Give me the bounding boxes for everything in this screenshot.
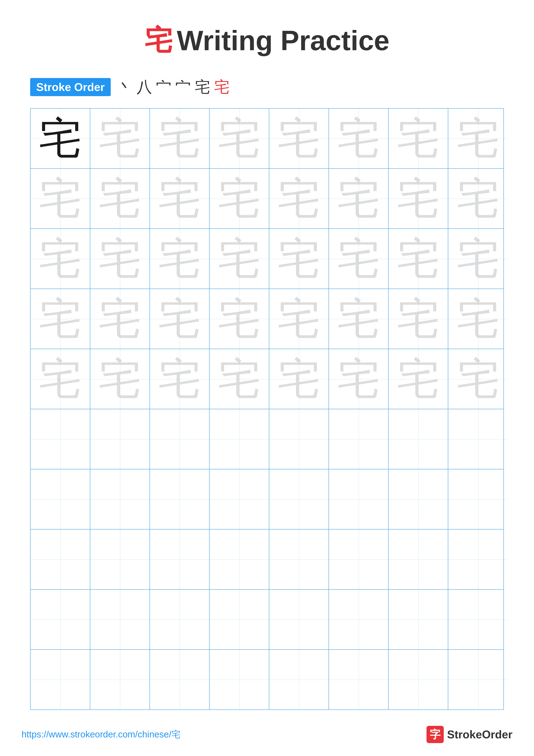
grid-cell-7-2[interactable] xyxy=(90,470,150,529)
grid-cell-6-4[interactable] xyxy=(210,409,269,469)
grid-cell-5-6[interactable]: 宅 xyxy=(329,349,389,409)
char-guide: 宅 xyxy=(457,297,500,340)
title-english: Writing Practice xyxy=(177,24,390,57)
grid-cell-8-7[interactable] xyxy=(389,529,448,589)
grid-cell-10-1[interactable] xyxy=(31,650,90,710)
grid-row-9 xyxy=(31,590,503,650)
grid-cell-10-5[interactable] xyxy=(269,650,329,710)
grid-cell-3-1[interactable]: 宅 xyxy=(31,229,90,288)
char-guide: 宅 xyxy=(218,177,261,220)
grid-cell-8-4[interactable] xyxy=(210,529,269,589)
grid-cell-4-7[interactable]: 宅 xyxy=(389,289,448,349)
grid-cell-9-5[interactable] xyxy=(269,590,329,649)
grid-cell-6-7[interactable] xyxy=(389,409,448,469)
grid-cell-5-2[interactable]: 宅 xyxy=(90,349,150,409)
grid-cell-9-3[interactable] xyxy=(150,590,210,649)
grid-cell-5-1[interactable]: 宅 xyxy=(31,349,90,409)
grid-cell-1-2[interactable]: 宅 xyxy=(90,109,150,168)
grid-cell-2-4[interactable]: 宅 xyxy=(210,169,269,229)
char-guide: 宅 xyxy=(457,117,500,160)
grid-cell-1-8[interactable]: 宅 xyxy=(448,109,508,168)
grid-cell-4-1[interactable]: 宅 xyxy=(31,289,90,349)
char-guide: 宅 xyxy=(39,237,82,281)
grid-cell-7-1[interactable] xyxy=(31,470,90,529)
grid-cell-2-5[interactable]: 宅 xyxy=(269,169,329,229)
grid-cell-3-5[interactable]: 宅 xyxy=(269,229,329,288)
char-guide: 宅 xyxy=(218,297,261,340)
char-guide: 宅 xyxy=(98,297,141,340)
grid-cell-8-5[interactable] xyxy=(269,529,329,589)
char-guide: 宅 xyxy=(397,177,440,220)
stroke-seq-4: 宀 xyxy=(175,77,191,97)
writing-grid: 宅 宅 宅 宅 宅 宅 宅 宅 xyxy=(30,108,504,710)
grid-cell-2-7[interactable]: 宅 xyxy=(389,169,448,229)
grid-cell-9-8[interactable] xyxy=(448,590,508,649)
grid-cell-7-7[interactable] xyxy=(389,470,448,529)
grid-cell-10-6[interactable] xyxy=(329,650,389,710)
grid-cell-1-5[interactable]: 宅 xyxy=(269,109,329,168)
grid-cell-9-1[interactable] xyxy=(31,590,90,649)
grid-row-3: 宅 宅 宅 宅 宅 宅 宅 宅 xyxy=(31,229,503,289)
grid-cell-4-2[interactable]: 宅 xyxy=(90,289,150,349)
grid-cell-5-3[interactable]: 宅 xyxy=(150,349,210,409)
grid-cell-6-3[interactable] xyxy=(150,409,210,469)
grid-cell-1-6[interactable]: 宅 xyxy=(329,109,389,168)
footer-logo-icon: 字 xyxy=(426,726,444,743)
grid-cell-8-2[interactable] xyxy=(90,529,150,589)
grid-cell-1-7[interactable]: 宅 xyxy=(389,109,448,168)
char-guide: 宅 xyxy=(457,177,500,220)
grid-cell-1-3[interactable]: 宅 xyxy=(150,109,210,168)
grid-cell-8-6[interactable] xyxy=(329,529,389,589)
grid-cell-5-5[interactable]: 宅 xyxy=(269,349,329,409)
grid-cell-2-2[interactable]: 宅 xyxy=(90,169,150,229)
grid-cell-2-1[interactable]: 宅 xyxy=(31,169,90,229)
grid-cell-6-8[interactable] xyxy=(448,409,508,469)
grid-cell-10-3[interactable] xyxy=(150,650,210,710)
grid-cell-9-7[interactable] xyxy=(389,590,448,649)
grid-cell-8-8[interactable] xyxy=(448,529,508,589)
grid-cell-4-6[interactable]: 宅 xyxy=(329,289,389,349)
grid-cell-6-6[interactable] xyxy=(329,409,389,469)
grid-cell-4-3[interactable]: 宅 xyxy=(150,289,210,349)
grid-cell-9-4[interactable] xyxy=(210,590,269,649)
grid-cell-6-2[interactable] xyxy=(90,409,150,469)
grid-cell-10-2[interactable] xyxy=(90,650,150,710)
grid-cell-5-7[interactable]: 宅 xyxy=(389,349,448,409)
grid-cell-4-8[interactable]: 宅 xyxy=(448,289,508,349)
grid-cell-4-5[interactable]: 宅 xyxy=(269,289,329,349)
grid-cell-7-6[interactable] xyxy=(329,470,389,529)
grid-cell-2-6[interactable]: 宅 xyxy=(329,169,389,229)
grid-cell-2-8[interactable]: 宅 xyxy=(448,169,508,229)
grid-cell-3-7[interactable]: 宅 xyxy=(389,229,448,288)
grid-cell-5-8[interactable]: 宅 xyxy=(448,349,508,409)
char-guide: 宅 xyxy=(277,358,320,401)
grid-cell-10-4[interactable] xyxy=(210,650,269,710)
grid-cell-3-3[interactable]: 宅 xyxy=(150,229,210,288)
grid-cell-2-3[interactable]: 宅 xyxy=(150,169,210,229)
char-guide: 宅 xyxy=(158,237,201,281)
grid-row-1: 宅 宅 宅 宅 宅 宅 宅 宅 xyxy=(31,109,503,169)
grid-cell-3-4[interactable]: 宅 xyxy=(210,229,269,288)
grid-cell-3-8[interactable]: 宅 xyxy=(448,229,508,288)
char-guide: 宅 xyxy=(337,237,380,281)
grid-cell-3-6[interactable]: 宅 xyxy=(329,229,389,288)
grid-cell-6-5[interactable] xyxy=(269,409,329,469)
grid-cell-7-8[interactable] xyxy=(448,470,508,529)
grid-cell-7-5[interactable] xyxy=(269,470,329,529)
grid-cell-7-3[interactable] xyxy=(150,470,210,529)
grid-cell-6-1[interactable] xyxy=(31,409,90,469)
grid-cell-5-4[interactable]: 宅 xyxy=(210,349,269,409)
grid-cell-9-6[interactable] xyxy=(329,590,389,649)
grid-cell-8-3[interactable] xyxy=(150,529,210,589)
grid-cell-1-1[interactable]: 宅 xyxy=(31,109,90,168)
grid-cell-7-4[interactable] xyxy=(210,470,269,529)
grid-cell-10-8[interactable] xyxy=(448,650,508,710)
grid-cell-9-2[interactable] xyxy=(90,590,150,649)
grid-cell-3-2[interactable]: 宅 xyxy=(90,229,150,288)
grid-cell-1-4[interactable]: 宅 xyxy=(210,109,269,168)
stroke-order-badge: Stroke Order xyxy=(30,78,111,96)
grid-cell-10-7[interactable] xyxy=(389,650,448,710)
grid-cell-8-1[interactable] xyxy=(31,529,90,589)
grid-cell-4-4[interactable]: 宅 xyxy=(210,289,269,349)
page: 宅 Writing Practice Stroke Order 丶 八 宀 宀 … xyxy=(0,0,534,756)
